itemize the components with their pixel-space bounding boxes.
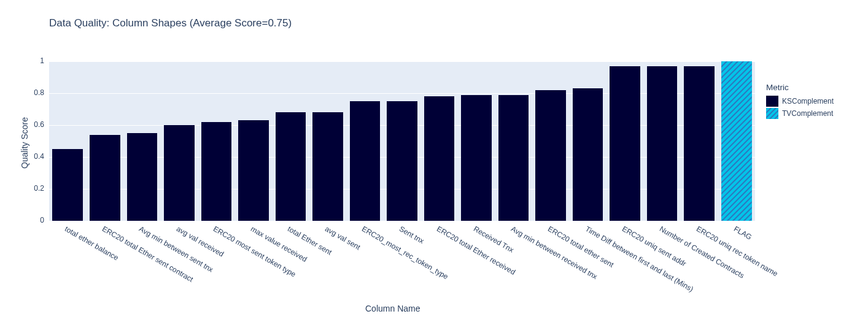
bar-slot: [573, 61, 603, 221]
x-axis-label: Column Name: [365, 304, 420, 313]
bar[interactable]: [461, 95, 492, 221]
bar-slot: [90, 61, 120, 221]
bar[interactable]: [721, 61, 752, 221]
y-tick-label: 0.2: [14, 184, 44, 193]
bar[interactable]: [52, 149, 83, 221]
bar-slot: [52, 61, 83, 221]
bar-slot: [424, 61, 455, 221]
legend-item-kscomplement[interactable]: KSComplement: [766, 96, 834, 107]
bar-slot: [350, 61, 381, 221]
legend-swatch-ks: [766, 96, 778, 107]
bar-slot: [201, 61, 232, 221]
chart-figure: Data Quality: Column Shapes (Average Sco…: [0, 0, 868, 322]
y-tick-label: 0.8: [14, 88, 44, 97]
bar[interactable]: [312, 112, 343, 221]
bar[interactable]: [238, 120, 269, 221]
bar-slot: [535, 61, 566, 221]
bar[interactable]: [498, 95, 529, 221]
y-tick-label: 1: [14, 56, 44, 65]
bar[interactable]: [647, 66, 678, 221]
bar-slot: [461, 61, 492, 221]
bar[interactable]: [350, 101, 381, 221]
legend-title: Metric: [766, 83, 834, 92]
bar-slot: [276, 61, 306, 221]
legend-label: KSComplement: [782, 97, 834, 105]
bar-slot: [312, 61, 343, 221]
bar[interactable]: [127, 133, 158, 221]
bar[interactable]: [276, 112, 306, 221]
y-tick-label: 0: [14, 216, 44, 224]
bar[interactable]: [535, 90, 566, 221]
bar-slot: [127, 61, 158, 221]
bar-slot: [610, 61, 640, 221]
bar[interactable]: [684, 66, 715, 221]
y-axis-label: Quality Score: [20, 117, 29, 169]
svg-rect-1: [766, 108, 778, 119]
bar[interactable]: [90, 135, 120, 221]
bar[interactable]: [201, 122, 232, 221]
svg-rect-0: [721, 61, 752, 221]
bar[interactable]: [573, 88, 603, 221]
bar[interactable]: [164, 125, 195, 221]
bar-slot: [498, 61, 529, 221]
bar-slot: [164, 61, 195, 221]
bar[interactable]: [610, 66, 640, 221]
chart-title: Data Quality: Column Shapes (Average Sco…: [49, 17, 292, 29]
bar-slot: [647, 61, 678, 221]
x-tick-label: FLAG: [732, 224, 753, 242]
bar[interactable]: [387, 101, 417, 221]
x-tick-label: ERC20 uniq sent addr: [621, 224, 688, 268]
bar-slot: [721, 61, 752, 221]
bar-slot: [387, 61, 417, 221]
legend-item-tvcomplement[interactable]: TVComplement: [766, 108, 834, 119]
bar[interactable]: [424, 96, 455, 221]
legend-swatch-tv: [766, 108, 778, 119]
legend: Metric KSComplement TVComplement: [766, 83, 834, 119]
chart-bars: [49, 61, 755, 221]
x-tick-label: Sent tnx: [398, 224, 425, 245]
bar-slot: [238, 61, 269, 221]
bar-slot: [684, 61, 715, 221]
legend-label: TVComplement: [782, 109, 833, 118]
x-tick-label: ERC20 total ether sent: [546, 224, 615, 269]
